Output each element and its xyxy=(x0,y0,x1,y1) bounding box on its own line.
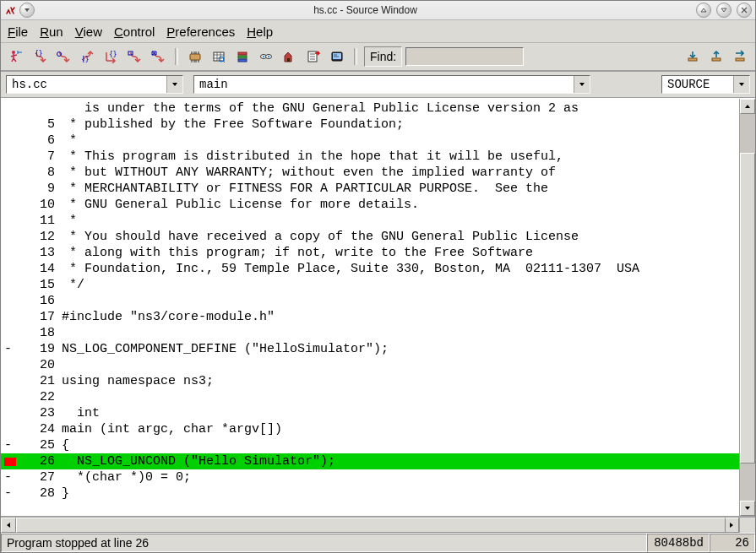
line-number: 28 xyxy=(16,485,62,501)
code-line[interactable]: 22 xyxy=(1,389,739,405)
code-line[interactable]: 7 * This program is distributed in the h… xyxy=(1,149,739,165)
menu-help[interactable]: Help xyxy=(247,24,273,39)
horizontal-scrollbar[interactable] xyxy=(1,517,755,533)
step-asm-icon[interactable] xyxy=(124,46,144,67)
code-line[interactable]: 6 * xyxy=(1,133,739,149)
line-number: 22 xyxy=(16,389,62,405)
svg-text:{}: {} xyxy=(81,56,90,63)
code-line[interactable]: 16 xyxy=(1,293,739,309)
line-number: 9 xyxy=(16,181,62,197)
line-text: * GNU General Public License for more de… xyxy=(62,197,419,213)
locals-icon[interactable] xyxy=(280,46,300,67)
line-text: * xyxy=(62,213,77,229)
code-line[interactable]: 5 * published by the Free Software Found… xyxy=(1,117,739,133)
memory-icon[interactable] xyxy=(209,46,229,67)
chevron-down-icon[interactable] xyxy=(166,76,182,93)
scrollbar-thumb[interactable] xyxy=(740,153,755,464)
registers-icon[interactable] xyxy=(185,46,205,67)
gutter-mark[interactable] xyxy=(4,458,16,466)
code-line[interactable]: 14 * Foundation, Inc., 59 Temple Place, … xyxy=(1,261,739,277)
step-icon[interactable]: {} xyxy=(30,46,50,67)
code-line[interactable]: 26 NS_LOG_UNCOND ("Hello Simulator"); xyxy=(1,453,739,469)
toolbar-separator xyxy=(175,48,178,65)
line-number: 26 xyxy=(16,453,62,469)
menu-control[interactable]: Control xyxy=(114,24,155,39)
next-asm-icon[interactable] xyxy=(148,46,168,67)
code-line[interactable]: 23 int xyxy=(1,405,739,421)
code-line[interactable]: 12 * You should have received a copy of … xyxy=(1,229,739,245)
code-line[interactable]: 9 * MERCHANTABILITY or FITNESS FOR A PAR… xyxy=(1,181,739,197)
scroll-down-icon[interactable] xyxy=(740,501,755,516)
code-line[interactable]: -28} xyxy=(1,485,739,501)
line-number: 11 xyxy=(16,213,62,229)
minimize-button[interactable] xyxy=(696,3,711,18)
code-line[interactable]: -25{ xyxy=(1,437,739,453)
find-input[interactable] xyxy=(405,47,524,66)
code-line[interactable]: 17#include "ns3/core-module.h" xyxy=(1,309,739,325)
code-line[interactable]: 11 * xyxy=(1,213,739,229)
run-icon[interactable] xyxy=(6,46,26,67)
console-icon[interactable] xyxy=(327,46,347,67)
scroll-left-icon[interactable] xyxy=(1,518,16,533)
chevron-down-icon[interactable] xyxy=(733,76,749,93)
svg-rect-16 xyxy=(287,58,290,62)
line-text: * You should have received a copy of the… xyxy=(62,229,579,245)
code-line[interactable]: 15 */ xyxy=(1,277,739,293)
code-line[interactable]: 18 xyxy=(1,325,739,341)
svg-rect-21 xyxy=(712,58,721,61)
code-line[interactable]: 24main (int argc, char *argv[]) xyxy=(1,421,739,437)
finish-icon[interactable]: {} xyxy=(77,46,97,67)
code-line[interactable]: 21using namespace ns3; xyxy=(1,373,739,389)
chevron-down-icon[interactable] xyxy=(574,76,590,93)
file-combo-value: hs.cc xyxy=(7,76,166,93)
code-line[interactable]: 10 * GNU General Public License for more… xyxy=(1,197,739,213)
gutter-mark[interactable]: - xyxy=(1,437,16,453)
code-line[interactable]: is under the terms of the GNU General Pu… xyxy=(1,100,739,117)
goto-frame-icon[interactable] xyxy=(730,46,750,67)
close-button[interactable] xyxy=(737,3,752,18)
line-number: 14 xyxy=(16,261,62,277)
selector-row: hs.cc main SOURCE xyxy=(1,72,755,98)
next-icon[interactable] xyxy=(53,46,73,67)
menu-view[interactable]: View xyxy=(75,24,102,39)
line-number: 24 xyxy=(16,421,62,437)
line-text: using namespace ns3; xyxy=(62,373,214,389)
up-frame-icon[interactable] xyxy=(706,46,726,67)
gutter-mark[interactable]: - xyxy=(1,341,16,357)
code-line[interactable]: 20 xyxy=(1,357,739,373)
gutter-mark[interactable]: - xyxy=(1,469,16,485)
status-message: Program stopped at line 26 xyxy=(1,534,647,552)
source-view: is under the terms of the GNU General Pu… xyxy=(1,98,755,517)
continue-icon[interactable]: {} xyxy=(101,46,121,67)
code-listing[interactable]: is under the terms of the GNU General Pu… xyxy=(1,99,739,501)
menu-file[interactable]: File xyxy=(8,24,28,39)
line-number: 8 xyxy=(16,165,62,181)
app-icon xyxy=(4,4,16,16)
menu-preferences[interactable]: Preferences xyxy=(166,24,235,39)
breakpoints-icon[interactable] xyxy=(303,46,324,67)
line-number: 19 xyxy=(16,341,62,357)
function-combo[interactable]: main xyxy=(193,75,590,94)
code-line[interactable]: 13 * along with this program; if not, wr… xyxy=(1,245,739,261)
line-number: 7 xyxy=(16,149,62,165)
vertical-scrollbar[interactable] xyxy=(739,99,755,516)
maximize-button[interactable] xyxy=(716,3,732,18)
scroll-up-icon[interactable] xyxy=(740,99,755,114)
window-menu-button[interactable] xyxy=(19,3,35,18)
menu-run[interactable]: Run xyxy=(40,24,63,39)
mode-combo[interactable]: SOURCE xyxy=(661,75,750,94)
line-text: NS_LOG_COMPONENT_DEFINE ("HelloSimulator… xyxy=(62,341,389,357)
code-line[interactable]: -27 *(char *)0 = 0; xyxy=(1,469,739,485)
gutter-mark[interactable]: - xyxy=(1,485,16,501)
line-text: * but WITHOUT ANY WARRANTY; without even… xyxy=(62,165,556,181)
file-combo[interactable]: hs.cc xyxy=(6,75,183,94)
down-frame-icon[interactable] xyxy=(683,46,703,67)
code-line[interactable]: -19NS_LOG_COMPONENT_DEFINE ("HelloSimula… xyxy=(1,341,739,357)
line-number: 18 xyxy=(16,325,62,341)
scroll-right-icon[interactable] xyxy=(724,518,739,533)
watch-icon[interactable] xyxy=(256,46,276,67)
code-line[interactable]: 8 * but WITHOUT ANY WARRANTY; without ev… xyxy=(1,165,739,181)
find-label: Find: xyxy=(364,46,402,67)
scrollbar-thumb[interactable] xyxy=(16,518,726,533)
stack-icon[interactable] xyxy=(232,46,253,67)
